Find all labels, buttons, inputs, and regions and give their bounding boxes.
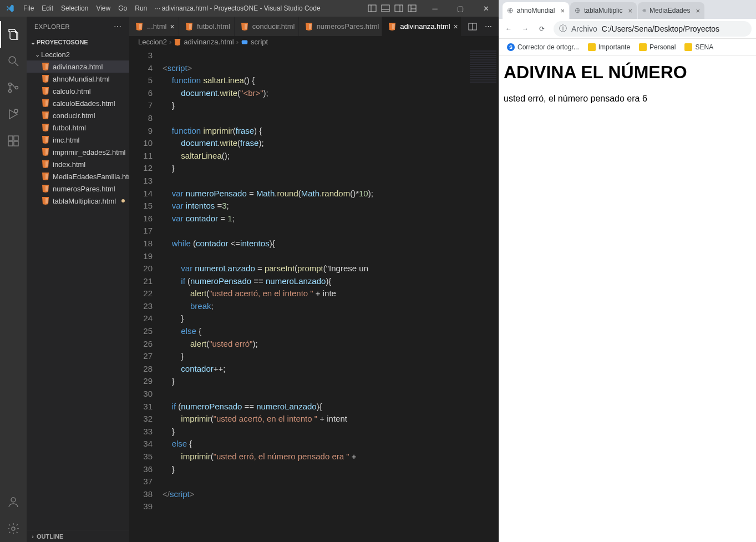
tab-conducir.html[interactable]: conducir.html (235, 17, 299, 36)
breadcrumbs[interactable]: Leccion2 › adivinanza.html › script (129, 36, 499, 48)
panel-right-icon[interactable] (394, 4, 403, 13)
project-root[interactable]: ⌄ PROYECTOSONE (27, 36, 129, 48)
browser-tab-tablaMultiplic[interactable]: tablaMultiplic× (570, 2, 637, 19)
modified-dot-icon (121, 199, 125, 202)
extensions-tab[interactable] (0, 128, 27, 154)
search-tab[interactable] (0, 48, 27, 74)
tab-numerosPares.html[interactable]: numerosPares.html (299, 17, 383, 36)
bookmark-Importante[interactable]: Importante (588, 43, 630, 51)
html-file-icon (41, 184, 50, 193)
outline-section[interactable]: › OUTLINE (27, 530, 129, 542)
file-tablaMultiplicar.html[interactable]: tablaMultiplicar.html (27, 195, 129, 207)
tab-futbol.html[interactable]: futbol.html (179, 17, 235, 36)
browser-tab-ahnoMundial[interactable]: ahnoMundial× (503, 2, 569, 19)
svg-point-20 (12, 527, 15, 530)
tab-label: numerosPares.html (317, 22, 379, 31)
svg-rect-2 (382, 5, 389, 12)
panel-left-icon[interactable] (368, 4, 377, 13)
info-icon[interactable]: ⓘ (559, 24, 567, 34)
svg-rect-6 (408, 5, 416, 12)
explorer-tab[interactable] (0, 21, 27, 48)
file-imprimir_edades2.html[interactable]: imprimir_edades2.html (27, 146, 129, 158)
browser-window: ahnoMundial×tablaMultiplic×MediaEdades× … (499, 0, 756, 542)
address-text: C:/Users/Sena/Desktop/Proyectos (602, 24, 719, 33)
file-calculo.html[interactable]: calculo.html (27, 85, 129, 97)
folder-row[interactable]: ⌄ Leccion2 (27, 48, 129, 60)
code-content[interactable]: <script> function saltarLinea() { docume… (163, 48, 499, 542)
menu-selection[interactable]: Selection (57, 4, 92, 12)
file-ahnoMundial.html[interactable]: ahnoMundial.html (27, 73, 129, 85)
browser-tabs: ahnoMundial×tablaMultiplic×MediaEdades× (499, 0, 756, 19)
close-icon[interactable]: × (560, 7, 565, 15)
close-icon[interactable]: × (628, 7, 632, 15)
explorer-sidebar: EXPLORER ⋯ ⌄ PROYECTOSONE ⌄ Leccion2 adi… (27, 17, 129, 542)
file-calculoEdades.html[interactable]: calculoEdades.html (27, 97, 129, 109)
forward-button[interactable]: → (520, 24, 530, 34)
html-file-icon (41, 87, 50, 95)
reload-button[interactable]: ⟳ (537, 24, 547, 34)
file-futbol.html[interactable]: futbol.html (27, 121, 129, 134)
address-prefix: Archivo (571, 24, 597, 33)
tab-html[interactable]: ...html× (129, 17, 179, 36)
layout-controls[interactable] (362, 4, 422, 13)
file-name: numerosPares.html (53, 185, 115, 193)
layout-icon[interactable] (408, 4, 417, 13)
bookmarks-bar: SCorrector de ortogr...ImportantePersona… (499, 39, 756, 55)
tab-adivinanza.html[interactable]: adivinanza.html× (382, 17, 461, 36)
bookmark-label: SENA (695, 43, 713, 51)
html-file-icon (41, 135, 50, 144)
html-file-icon (240, 22, 249, 31)
code-editor[interactable]: 3456789101112131415161718192021222324252… (129, 48, 499, 542)
panel-bottom-icon[interactable] (381, 4, 390, 13)
globe-icon (642, 7, 646, 14)
close-icon[interactable]: × (170, 22, 174, 31)
minimap[interactable] (465, 48, 499, 542)
address-bar[interactable]: ⓘ Archivo C:/Users/Sena/Desktop/Proyecto… (554, 21, 752, 37)
file-numerosPares.html[interactable]: numerosPares.html (27, 183, 129, 195)
folder-icon (588, 43, 596, 51)
browser-tab-MediaEdades[interactable]: MediaEdades× (638, 2, 704, 19)
close-button[interactable]: ✕ (473, 0, 499, 17)
svg-point-19 (11, 498, 16, 502)
breadcrumb-item[interactable]: Leccion2 (138, 38, 167, 46)
close-icon[interactable]: × (696, 7, 700, 15)
run-debug-tab[interactable] (0, 101, 27, 128)
breadcrumb-item[interactable]: adivinanza.html (184, 38, 234, 46)
bookmark-SENA[interactable]: SENA (684, 43, 713, 51)
chevron-right-icon: › (236, 38, 239, 46)
menu-edit[interactable]: Edit (38, 4, 57, 12)
svg-line-10 (15, 63, 18, 66)
bookmark-Personal[interactable]: Personal (639, 43, 676, 51)
file-adivinanza.html[interactable]: adivinanza.html (27, 60, 129, 73)
file-name: imc.html (53, 136, 79, 144)
menu-file[interactable]: File (19, 4, 38, 12)
svg-rect-16 (14, 136, 18, 140)
minimize-button[interactable]: ─ (422, 0, 448, 17)
more-icon[interactable]: ⋯ (485, 22, 492, 31)
sidebar-title: EXPLORER (34, 23, 70, 30)
html-file-icon (41, 196, 50, 205)
accounts-tab[interactable] (0, 489, 27, 515)
breadcrumb-item[interactable]: script (251, 38, 268, 46)
svg-point-11 (9, 83, 12, 86)
maximize-button[interactable]: ▢ (448, 0, 473, 17)
back-button[interactable]: ← (504, 24, 514, 34)
tab-label: conducir.html (252, 22, 295, 31)
bookmark-Corrector de ortogr...[interactable]: SCorrector de ortogr... (507, 43, 579, 51)
settings-tab[interactable] (0, 515, 27, 542)
file-index.html[interactable]: index.html (27, 158, 129, 170)
file-name: index.html (53, 160, 85, 169)
file-conducir.html[interactable]: conducir.html (27, 109, 129, 121)
folder-name: Leccion2 (41, 50, 70, 59)
source-control-tab[interactable] (0, 74, 27, 101)
sidebar-more-icon[interactable]: ⋯ (114, 22, 122, 31)
close-icon[interactable]: × (454, 22, 458, 31)
file-imc.html[interactable]: imc.html (27, 134, 129, 146)
menu-view[interactable]: View (92, 4, 114, 12)
folder-icon (639, 43, 647, 51)
file-MediaEdadesFamilia.html[interactable]: MediaEdadesFamilia.html (27, 170, 129, 183)
chevron-down-icon: ⌄ (29, 39, 37, 46)
tab-label: adivinanza.html (400, 22, 450, 31)
split-editor-icon[interactable] (468, 22, 477, 31)
site-icon: S (507, 43, 515, 51)
